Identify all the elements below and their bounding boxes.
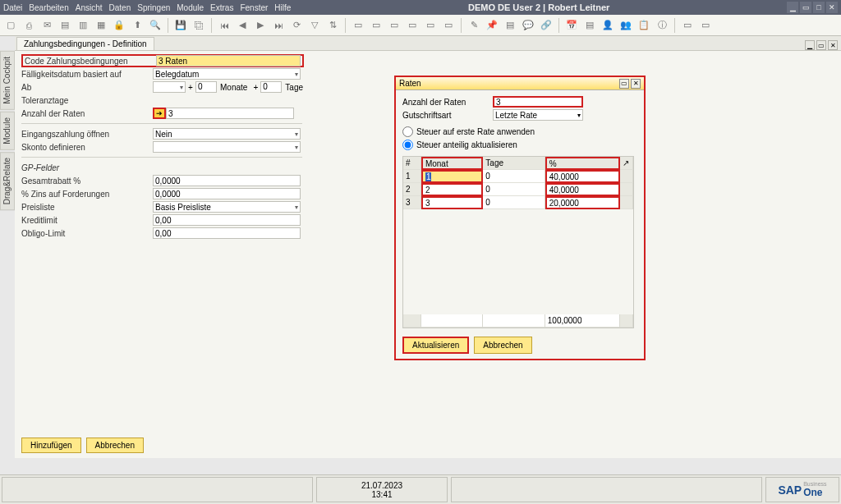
doc-tab[interactable]: Zahlungsbedingungen - Definition — [16, 37, 154, 50]
grid-head-pct[interactable]: % — [545, 157, 620, 170]
tb-link-icon[interactable]: 🔗 — [539, 18, 554, 33]
main-form: Code Zahlungsbedingungen 3 Raten Fälligk… — [15, 51, 841, 458]
tb-cal-icon[interactable]: 📅 — [564, 18, 579, 33]
grid-expand-icon[interactable]: ↗ — [620, 157, 633, 170]
radio-first-rate[interactable] — [402, 126, 413, 137]
grid-cell-pct[interactable]: 20,0000 — [545, 196, 620, 209]
grid-cell-monat[interactable]: 1 — [421, 170, 483, 183]
tb-win2-icon[interactable]: ▭ — [698, 18, 713, 33]
status-right — [451, 477, 762, 502]
radio-proportional[interactable] — [402, 140, 413, 150]
tb-form-icon[interactable]: ▤ — [503, 18, 517, 33]
menu-daten[interactable]: Daten — [109, 3, 131, 12]
menu-ansicht[interactable]: Ansicht — [76, 3, 103, 12]
menu-module[interactable]: Module — [177, 3, 204, 12]
tb-win1-icon[interactable]: ▭ — [680, 18, 695, 33]
doc-close-icon[interactable]: ✕ — [828, 40, 838, 50]
tb-word-icon[interactable]: ▥ — [76, 18, 90, 33]
skonto-select[interactable] — [153, 141, 301, 153]
due-basis-select[interactable]: Belegdatum — [153, 68, 301, 80]
tb-copy-icon[interactable]: ⿻ — [191, 18, 206, 33]
tb-mail-icon[interactable]: ✉ — [39, 18, 54, 33]
tb-pdf-icon[interactable]: ▦ — [94, 18, 108, 33]
app-restore-icon[interactable]: ▭ — [800, 2, 811, 13]
credit-label: Kreditlimit — [21, 216, 153, 225]
tb-clip-icon[interactable]: 📋 — [636, 18, 651, 33]
tb-doc2-icon[interactable]: ▭ — [369, 18, 384, 33]
grid-head-monat[interactable]: Monat — [421, 157, 483, 170]
app-min-icon[interactable]: ▁ — [787, 2, 798, 13]
tb-edit-icon[interactable]: ✎ — [466, 18, 481, 33]
doc-restore-icon[interactable]: ▭ — [816, 40, 826, 50]
credit-input[interactable]: 0,00 — [153, 214, 301, 226]
grid-cell-monat[interactable]: 3 — [421, 196, 483, 209]
menu-hilfe[interactable]: Hilfe — [274, 3, 291, 12]
tb-doc1-icon[interactable]: ▭ — [351, 18, 365, 33]
interest-input[interactable]: 0,0000 — [153, 188, 301, 199]
menu-extras[interactable]: Extras — [210, 3, 233, 12]
doc-min-icon[interactable]: ▁ — [805, 40, 815, 50]
cancel-button[interactable]: Abbrechen — [86, 438, 144, 453]
menu-fenster[interactable]: Fenster — [240, 3, 268, 12]
tb-excel-icon[interactable]: ▤ — [57, 18, 72, 33]
tb-save-icon[interactable]: 💾 — [173, 18, 188, 33]
tb-lock-icon[interactable]: 🔒 — [112, 18, 126, 33]
popup-restore-icon[interactable]: ▭ — [619, 79, 629, 89]
tb-msg-icon[interactable]: ▤ — [582, 18, 597, 33]
side-tab-dragrelate[interactable]: Drag&Relate — [0, 152, 15, 210]
tb-chat-icon[interactable]: 💬 — [521, 18, 535, 33]
grid-cell-tage[interactable]: 0 — [483, 170, 545, 183]
tb-filter-icon[interactable]: ▽ — [307, 18, 322, 33]
tb-last-icon[interactable]: ⏭ — [271, 18, 286, 33]
menu-bearbeiten[interactable]: Bearbeiten — [29, 3, 68, 12]
side-tab-cockpit[interactable]: Mein Cockpit — [0, 51, 15, 110]
discount-input[interactable]: 0,0000 — [153, 175, 301, 186]
menu-springen[interactable]: Springen — [137, 3, 170, 12]
menu-datei[interactable]: Datei — [3, 3, 22, 12]
popup-rates-input[interactable]: 3 — [493, 96, 583, 108]
grid-row-idx: 2 — [403, 183, 421, 196]
grid-cell-tage[interactable]: 0 — [483, 183, 545, 196]
tb-user1-icon[interactable]: 👤 — [600, 18, 615, 33]
tb-doc5-icon[interactable]: ▭ — [423, 18, 438, 33]
app-close-icon[interactable]: ✕ — [826, 2, 838, 13]
tb-doc6-icon[interactable]: ▭ — [441, 18, 456, 33]
tb-doc4-icon[interactable]: ▭ — [405, 18, 420, 33]
tb-user2-icon[interactable]: 👥 — [618, 18, 633, 33]
tb-sort-icon[interactable]: ⇅ — [325, 18, 340, 33]
popup-close-icon[interactable]: ✕ — [631, 79, 641, 89]
tb-prev-icon[interactable]: ◀ — [235, 18, 250, 33]
grid-head-tage[interactable]: Tage — [483, 157, 545, 170]
side-tab-module[interactable]: Module — [0, 112, 15, 150]
tb-new-icon[interactable]: ▢ — [3, 18, 18, 33]
popup-cancel-button[interactable]: Abbrechen — [474, 337, 531, 354]
add-button[interactable]: Hinzufügen — [21, 438, 81, 453]
popup-update-button[interactable]: Aktualisieren — [402, 337, 469, 354]
tb-print-icon[interactable]: ⎙ — [21, 18, 36, 33]
tb-first-icon[interactable]: ⏮ — [217, 18, 232, 33]
grid-cell-pct[interactable]: 40,0000 — [545, 170, 620, 183]
grid-cell-monat[interactable]: 2 — [421, 183, 483, 196]
tb-next-icon[interactable]: ▶ — [253, 18, 268, 33]
app-max-icon[interactable]: □ — [813, 2, 825, 13]
code-input[interactable]: 3 Raten — [156, 55, 301, 66]
tb-find-icon[interactable]: 🔍 — [148, 18, 163, 33]
tb-help-icon[interactable]: ⓘ — [655, 18, 669, 33]
tb-doc3-icon[interactable]: ▭ — [387, 18, 402, 33]
tb-pin-icon[interactable]: 📌 — [485, 18, 499, 33]
rates-link-icon[interactable]: ➔ — [153, 108, 166, 119]
grid-cell-tage[interactable]: 0 — [483, 196, 545, 209]
discount-label: Gesamtrabatt % — [21, 176, 153, 186]
pricelist-select[interactable]: Basis Preisliste — [153, 201, 301, 213]
status-time: 13:41 — [371, 490, 392, 499]
from-months-input[interactable]: 0 — [195, 81, 217, 93]
tb-refresh-icon[interactable]: ⟳ — [289, 18, 304, 33]
from-select[interactable] — [153, 81, 186, 93]
tb-up-icon[interactable]: ⬆ — [130, 18, 145, 33]
grid-cell-pct[interactable]: 40,0000 — [545, 183, 620, 196]
code-label: Code Zahlungsbedingungen — [25, 57, 156, 66]
incoming-select[interactable]: Nein — [153, 128, 301, 140]
obligo-input[interactable]: 0,00 — [153, 227, 301, 239]
popup-credit-type-select[interactable]: Letzte Rate — [493, 109, 583, 121]
from-days-input[interactable]: 0 — [260, 81, 282, 93]
